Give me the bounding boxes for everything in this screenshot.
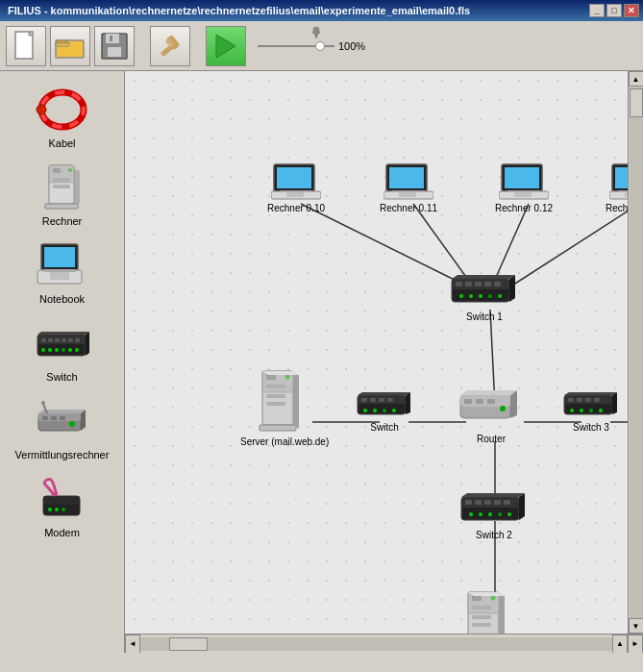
node-server-mail-gmx[interactable]: Server (mail.gmx.de) <box>446 590 535 634</box>
maximize-button[interactable]: □ <box>606 4 622 17</box>
h-scroll-right-button[interactable]: ► <box>628 635 643 654</box>
svg-rect-35 <box>55 338 60 342</box>
node-switch1[interactable]: Switch 1 <box>450 271 519 322</box>
save-button[interactable] <box>94 26 135 66</box>
svg-line-65 <box>505 204 628 290</box>
svg-rect-122 <box>387 398 393 402</box>
svg-marker-171 <box>519 493 525 520</box>
svg-point-100 <box>459 294 463 298</box>
svg-rect-133 <box>487 399 495 404</box>
sidebar-item-notebook[interactable]: Notebook <box>10 235 115 309</box>
svg-rect-91 <box>625 192 628 197</box>
svg-rect-51 <box>60 416 65 420</box>
svg-marker-105 <box>509 275 515 302</box>
h-scroll-up-center[interactable]: ▲ <box>612 635 628 654</box>
svg-rect-140 <box>577 398 582 402</box>
node-router[interactable]: Router <box>457 382 526 444</box>
svg-rect-24 <box>45 204 78 209</box>
svg-rect-58 <box>43 496 80 505</box>
scroll-down-button[interactable]: ▼ <box>629 618 644 634</box>
svg-rect-36 <box>62 338 66 342</box>
svg-point-101 <box>469 294 473 298</box>
svg-marker-45 <box>86 332 89 356</box>
svg-point-39 <box>41 348 45 352</box>
node-rechner013[interactable]: Rechner 0.13 <box>606 162 628 213</box>
svg-point-144 <box>580 409 583 412</box>
node-switch3[interactable]: Switch 3 <box>562 391 620 433</box>
svg-rect-177 <box>472 606 491 610</box>
svg-marker-181 <box>499 592 505 634</box>
open-button[interactable] <box>50 26 90 66</box>
svg-point-103 <box>488 294 492 298</box>
vertical-scrollbar[interactable]: ▲ ▼ <box>628 71 643 634</box>
svg-marker-135 <box>510 390 517 418</box>
svg-marker-12 <box>216 35 235 58</box>
svg-rect-25 <box>74 170 80 204</box>
svg-rect-131 <box>464 399 472 404</box>
svg-rect-38 <box>75 338 80 342</box>
node-switch-mid[interactable]: Switch <box>356 391 413 433</box>
h-scroll-track <box>140 637 612 651</box>
svg-rect-142 <box>594 398 600 402</box>
node-switch2[interactable]: Switch 2 <box>459 489 529 540</box>
zoom-area: 100% <box>258 39 365 53</box>
svg-point-123 <box>363 409 367 412</box>
sidebar-item-switch[interactable]: Switch <box>10 312 115 386</box>
svg-rect-34 <box>48 338 53 342</box>
node-rechner012[interactable]: Rechner 0.12 <box>495 162 553 213</box>
horizontal-scrollbar[interactable]: ◄ ▲ ► <box>125 634 643 653</box>
svg-point-146 <box>599 409 603 412</box>
svg-point-167 <box>479 512 482 516</box>
sidebar-item-modem[interactable]: Modem <box>10 468 115 542</box>
svg-rect-99 <box>494 282 501 286</box>
toolbar: 100% <box>0 21 643 71</box>
scroll-up-button[interactable]: ▲ <box>629 71 644 87</box>
run-button[interactable] <box>206 26 246 66</box>
build-button[interactable] <box>150 26 190 66</box>
svg-rect-33 <box>41 338 46 342</box>
svg-rect-178 <box>472 615 491 619</box>
svg-rect-86 <box>514 192 532 197</box>
svg-point-60 <box>55 508 59 511</box>
svg-rect-76 <box>286 192 304 197</box>
h-scroll-left-button[interactable]: ◄ <box>125 635 140 654</box>
sidebar-item-kabel[interactable]: Kabel <box>10 79 115 153</box>
svg-rect-119 <box>361 398 367 402</box>
scroll-thumb[interactable] <box>630 88 643 117</box>
node-rechner010[interactable]: Rechner 0.10 <box>267 162 325 213</box>
minimize-button[interactable]: _ <box>589 4 605 17</box>
svg-marker-147 <box>612 392 617 414</box>
svg-rect-95 <box>456 282 462 286</box>
node-rechner011[interactable]: Rechner 0.11 <box>380 162 437 213</box>
sidebar-item-rechner[interactable]: Rechner <box>10 157 115 231</box>
svg-marker-128 <box>358 392 410 395</box>
svg-rect-114 <box>260 425 296 431</box>
close-button[interactable]: ✕ <box>624 4 639 17</box>
sidebar-item-vermittlungsrechner[interactable]: Vermittlungsrechner <box>10 390 115 464</box>
svg-rect-98 <box>484 282 491 286</box>
svg-marker-136 <box>460 390 517 395</box>
sidebar: Kabel Rechner <box>0 71 125 653</box>
server-mail-web-label: Server (mail.web.de) <box>240 436 329 447</box>
svg-rect-82 <box>392 190 425 192</box>
network-canvas[interactable]: Rechner 0.10 Rechner 0.11 <box>125 71 628 634</box>
svg-rect-29 <box>50 272 69 280</box>
svg-rect-89 <box>615 167 628 188</box>
svg-rect-30 <box>43 269 76 272</box>
svg-point-170 <box>507 512 511 516</box>
svg-rect-162 <box>475 500 482 505</box>
svg-rect-120 <box>370 398 376 402</box>
svg-rect-97 <box>475 282 482 286</box>
node-server-mail-web[interactable]: Server (mail.web.de) <box>240 369 329 447</box>
h-scroll-thumb[interactable] <box>169 637 208 651</box>
svg-rect-8 <box>110 36 112 41</box>
svg-rect-111 <box>266 385 285 388</box>
svg-rect-139 <box>568 398 574 402</box>
svg-point-42 <box>62 348 65 352</box>
zoom-slider[interactable] <box>258 39 334 53</box>
new-button[interactable] <box>6 26 46 66</box>
svg-rect-87 <box>507 190 540 192</box>
svg-rect-113 <box>266 402 285 406</box>
svg-rect-121 <box>379 398 384 402</box>
svg-marker-182 <box>468 592 505 596</box>
